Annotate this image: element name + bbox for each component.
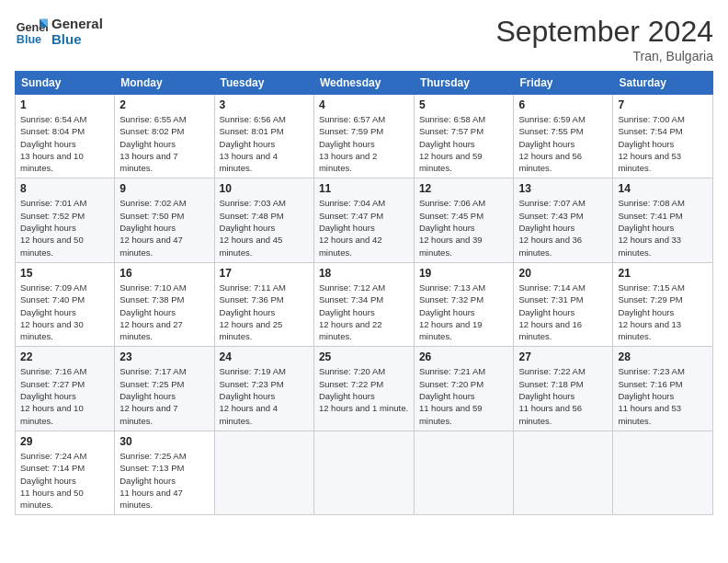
calendar-cell: 12Sunrise: 7:06 AMSunset: 7:45 PMDayligh… — [414, 178, 514, 262]
calendar-cell: 29Sunrise: 7:24 AMSunset: 7:14 PMDayligh… — [16, 431, 115, 514]
day-info: Sunrise: 7:11 AMSunset: 7:36 PMDaylight … — [220, 282, 309, 342]
day-info: Sunrise: 7:22 AMSunset: 7:18 PMDaylight … — [518, 365, 608, 426]
location-title: Tran, Bulgaria — [495, 49, 713, 63]
header-thursday: Thursday — [414, 72, 514, 95]
svg-text:Blue: Blue — [17, 33, 41, 46]
calendar-cell — [613, 431, 713, 514]
calendar-cell: 27Sunrise: 7:22 AMSunset: 7:18 PMDayligh… — [514, 347, 613, 431]
header-tuesday: Tuesday — [214, 72, 313, 95]
day-info: Sunrise: 7:09 AMSunset: 7:40 PMDaylight … — [20, 282, 109, 342]
day-info: Sunrise: 7:10 AMSunset: 7:38 PMDaylight … — [119, 282, 209, 342]
calendar-cell: 17Sunrise: 7:11 AMSunset: 7:36 PMDayligh… — [214, 262, 313, 346]
day-number: 21 — [618, 267, 708, 280]
day-info: Sunrise: 7:20 AMSunset: 7:22 PMDaylight … — [319, 365, 409, 414]
day-info: Sunrise: 7:15 AMSunset: 7:29 PMDaylight … — [618, 282, 708, 342]
day-number: 1 — [20, 98, 109, 111]
logo-blue: Blue — [51, 31, 103, 47]
day-number: 27 — [518, 350, 608, 363]
day-info: Sunrise: 7:23 AMSunset: 7:16 PMDaylight … — [618, 365, 708, 426]
day-number: 15 — [20, 267, 109, 280]
calendar-cell: 19Sunrise: 7:13 AMSunset: 7:32 PMDayligh… — [414, 262, 514, 346]
day-number: 7 — [618, 98, 708, 111]
day-number: 12 — [419, 182, 509, 195]
day-info: Sunrise: 7:03 AMSunset: 7:48 PMDaylight … — [220, 197, 309, 258]
day-number: 30 — [119, 435, 209, 448]
day-number: 24 — [220, 350, 309, 363]
title-block: September 2024 Tran, Bulgaria — [495, 15, 713, 63]
calendar-week-3: 15Sunrise: 7:09 AMSunset: 7:40 PMDayligh… — [16, 262, 713, 346]
calendar-cell: 16Sunrise: 7:10 AMSunset: 7:38 PMDayligh… — [115, 262, 214, 346]
day-number: 20 — [518, 267, 608, 280]
day-info: Sunrise: 6:59 AMSunset: 7:55 PMDaylight … — [518, 113, 608, 174]
calendar-cell: 3Sunrise: 6:56 AMSunset: 8:01 PMDaylight… — [214, 95, 313, 178]
month-title: September 2024 — [495, 15, 713, 49]
calendar-cell — [214, 431, 313, 514]
logo: General Blue General Blue — [15, 15, 103, 48]
day-info: Sunrise: 6:57 AMSunset: 7:59 PMDaylight … — [319, 113, 409, 174]
day-number: 2 — [119, 98, 209, 111]
day-info: Sunrise: 7:07 AMSunset: 7:43 PMDaylight … — [518, 197, 608, 258]
logo-general: General — [51, 16, 103, 31]
day-info: Sunrise: 7:25 AMSunset: 7:13 PMDaylight … — [119, 450, 209, 511]
day-number: 18 — [319, 267, 409, 280]
calendar-cell: 6Sunrise: 6:59 AMSunset: 7:55 PMDaylight… — [514, 95, 613, 178]
day-info: Sunrise: 7:16 AMSunset: 7:27 PMDaylight … — [20, 365, 109, 426]
calendar-cell: 9Sunrise: 7:02 AMSunset: 7:50 PMDaylight… — [115, 178, 214, 262]
calendar-cell: 22Sunrise: 7:16 AMSunset: 7:27 PMDayligh… — [16, 347, 115, 431]
calendar-cell: 24Sunrise: 7:19 AMSunset: 7:23 PMDayligh… — [214, 347, 313, 431]
day-info: Sunrise: 7:17 AMSunset: 7:25 PMDaylight … — [119, 365, 209, 426]
calendar-cell: 5Sunrise: 6:58 AMSunset: 7:57 PMDaylight… — [414, 95, 514, 178]
day-info: Sunrise: 7:02 AMSunset: 7:50 PMDaylight … — [119, 197, 209, 258]
header-wednesday: Wednesday — [313, 72, 414, 95]
day-info: Sunrise: 6:58 AMSunset: 7:57 PMDaylight … — [419, 113, 509, 174]
header-sunday: Sunday — [16, 72, 115, 95]
calendar-cell: 1Sunrise: 6:54 AMSunset: 8:04 PMDaylight… — [16, 95, 115, 178]
day-info: Sunrise: 7:12 AMSunset: 7:34 PMDaylight … — [319, 282, 409, 342]
day-number: 5 — [419, 98, 509, 111]
day-number: 4 — [319, 98, 409, 111]
calendar-week-4: 22Sunrise: 7:16 AMSunset: 7:27 PMDayligh… — [16, 347, 713, 431]
header-friday: Friday — [514, 72, 613, 95]
calendar-cell: 20Sunrise: 7:14 AMSunset: 7:31 PMDayligh… — [514, 262, 613, 346]
calendar: SundayMondayTuesdayWednesdayThursdayFrid… — [15, 71, 713, 515]
calendar-week-5: 29Sunrise: 7:24 AMSunset: 7:14 PMDayligh… — [16, 431, 713, 514]
calendar-cell: 30Sunrise: 7:25 AMSunset: 7:13 PMDayligh… — [115, 431, 214, 514]
day-number: 28 — [618, 350, 708, 363]
day-info: Sunrise: 7:19 AMSunset: 7:23 PMDaylight … — [220, 365, 309, 426]
day-number: 29 — [20, 435, 109, 448]
header-monday: Monday — [115, 72, 214, 95]
calendar-cell: 8Sunrise: 7:01 AMSunset: 7:52 PMDaylight… — [16, 178, 115, 262]
calendar-cell: 4Sunrise: 6:57 AMSunset: 7:59 PMDaylight… — [313, 95, 414, 178]
calendar-cell: 2Sunrise: 6:55 AMSunset: 8:02 PMDaylight… — [115, 95, 214, 178]
day-number: 25 — [319, 350, 409, 363]
calendar-cell: 7Sunrise: 7:00 AMSunset: 7:54 PMDaylight… — [613, 95, 713, 178]
day-number: 10 — [220, 182, 309, 195]
calendar-cell — [414, 431, 514, 514]
day-number: 26 — [419, 350, 509, 363]
day-number: 19 — [419, 267, 509, 280]
calendar-week-2: 8Sunrise: 7:01 AMSunset: 7:52 PMDaylight… — [16, 178, 713, 262]
calendar-cell: 25Sunrise: 7:20 AMSunset: 7:22 PMDayligh… — [313, 347, 414, 431]
calendar-cell: 23Sunrise: 7:17 AMSunset: 7:25 PMDayligh… — [115, 347, 214, 431]
header: General Blue General Blue September 2024… — [15, 15, 713, 63]
day-number: 6 — [518, 98, 608, 111]
day-info: Sunrise: 7:00 AMSunset: 7:54 PMDaylight … — [618, 113, 708, 174]
day-info: Sunrise: 7:24 AMSunset: 7:14 PMDaylight … — [20, 450, 109, 511]
day-number: 8 — [20, 182, 109, 195]
calendar-cell — [514, 431, 613, 514]
day-info: Sunrise: 7:14 AMSunset: 7:31 PMDaylight … — [518, 282, 608, 342]
day-number: 14 — [618, 182, 708, 195]
day-info: Sunrise: 6:54 AMSunset: 8:04 PMDaylight … — [20, 113, 109, 174]
calendar-cell: 28Sunrise: 7:23 AMSunset: 7:16 PMDayligh… — [613, 347, 713, 431]
calendar-cell: 14Sunrise: 7:08 AMSunset: 7:41 PMDayligh… — [613, 178, 713, 262]
day-info: Sunrise: 6:55 AMSunset: 8:02 PMDaylight … — [119, 113, 209, 174]
day-number: 13 — [518, 182, 608, 195]
calendar-cell: 11Sunrise: 7:04 AMSunset: 7:47 PMDayligh… — [313, 178, 414, 262]
calendar-week-1: 1Sunrise: 6:54 AMSunset: 8:04 PMDaylight… — [16, 95, 713, 178]
calendar-cell — [313, 431, 414, 514]
day-info: Sunrise: 7:01 AMSunset: 7:52 PMDaylight … — [20, 197, 109, 258]
calendar-cell: 15Sunrise: 7:09 AMSunset: 7:40 PMDayligh… — [16, 262, 115, 346]
day-number: 11 — [319, 182, 409, 195]
day-number: 17 — [220, 267, 309, 280]
logo-icon: General Blue — [15, 15, 48, 48]
